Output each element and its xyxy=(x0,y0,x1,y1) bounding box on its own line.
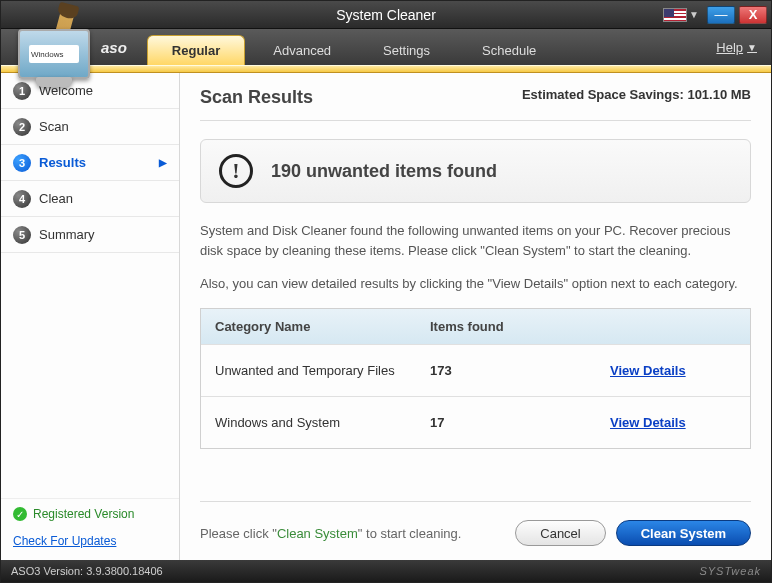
windows-badge: Windows xyxy=(29,45,79,63)
sidebar-step-results[interactable]: 3 Results ▶ xyxy=(1,145,179,181)
help-label: Help xyxy=(716,40,743,55)
app-logo: Windows xyxy=(9,23,99,95)
registered-status: ✓ Registered Version xyxy=(1,498,179,529)
tab-settings[interactable]: Settings xyxy=(359,35,454,65)
cell-category: Unwanted and Temporary Files xyxy=(215,363,430,378)
main-panel: Scan Results Estimated Space Savings: 10… xyxy=(179,73,771,560)
titlebar-controls: ▼ — X xyxy=(663,6,767,24)
version-text: ASO3 Version: 3.9.3800.18406 xyxy=(11,565,163,577)
main-header: Scan Results Estimated Space Savings: 10… xyxy=(200,87,751,121)
step-label: Summary xyxy=(39,227,95,242)
button-label: Clean System xyxy=(641,526,726,541)
dropdown-arrow-icon: ▼ xyxy=(747,42,757,53)
view-details-link[interactable]: View Details xyxy=(610,415,686,430)
sidebar-step-scan[interactable]: 2 Scan xyxy=(1,109,179,145)
column-header-items: Items found xyxy=(430,319,610,334)
content-area: 1 Welcome 2 Scan 3 Results ▶ 4 Clean 5 S… xyxy=(1,73,771,560)
check-updates-link[interactable]: Check For Updates xyxy=(13,534,116,548)
titlebar: System Cleaner ▼ — X xyxy=(1,1,771,29)
step-number-icon: 4 xyxy=(13,190,31,208)
step-number-icon: 2 xyxy=(13,118,31,136)
button-label: Cancel xyxy=(540,526,580,541)
exclamation-circle-icon: ! xyxy=(219,154,253,188)
hint-mid: Clean System xyxy=(277,526,358,541)
sidebar-step-clean[interactable]: 4 Clean xyxy=(1,181,179,217)
cell-category: Windows and System xyxy=(215,415,430,430)
step-label: Clean xyxy=(39,191,73,206)
step-number-icon: 5 xyxy=(13,226,31,244)
description-text-1: System and Disk Cleaner found the follow… xyxy=(200,221,751,260)
check-updates-area: Check For Updates xyxy=(1,529,179,560)
main-toolbar: Windows aso Regular Advanced Settings Sc… xyxy=(1,29,771,65)
view-details-link[interactable]: View Details xyxy=(610,363,686,378)
registered-label: Registered Version xyxy=(33,507,134,521)
close-button[interactable]: X xyxy=(739,6,767,24)
minimize-icon: — xyxy=(715,7,728,22)
cell-items-found: 173 xyxy=(430,363,610,378)
vendor-brand: SYSTweak xyxy=(699,565,761,577)
sidebar-step-summary[interactable]: 5 Summary xyxy=(1,217,179,253)
cancel-button[interactable]: Cancel xyxy=(515,520,605,546)
sidebar: 1 Welcome 2 Scan 3 Results ▶ 4 Clean 5 S… xyxy=(1,73,179,560)
footer-area: Please click "Clean System" to start cle… xyxy=(200,501,751,546)
footer-hint-text: Please click "Clean System" to start cle… xyxy=(200,526,461,541)
step-label: Scan xyxy=(39,119,69,134)
column-header-category: Category Name xyxy=(215,319,430,334)
table-row: Windows and System 17 View Details xyxy=(201,396,750,448)
language-selector[interactable]: ▼ xyxy=(663,8,703,22)
close-icon: X xyxy=(749,7,758,22)
hint-post: " to start cleaning. xyxy=(358,526,462,541)
page-title: Scan Results xyxy=(200,87,313,108)
cell-items-found: 17 xyxy=(430,415,610,430)
table-header: Category Name Items found xyxy=(201,309,750,344)
tab-label: Settings xyxy=(383,43,430,58)
tab-label: Schedule xyxy=(482,43,536,58)
check-circle-icon: ✓ xyxy=(13,507,27,521)
tab-advanced[interactable]: Advanced xyxy=(249,35,355,65)
step-number-icon: 3 xyxy=(13,154,31,172)
alert-headline: 190 unwanted items found xyxy=(271,161,497,182)
monitor-icon: Windows xyxy=(18,29,90,79)
flag-usa-icon xyxy=(663,8,687,22)
step-label: Results xyxy=(39,155,86,170)
accent-bar xyxy=(1,65,771,73)
description-text-2: Also, you can view detailed results by c… xyxy=(200,274,751,294)
clean-system-button[interactable]: Clean System xyxy=(616,520,751,546)
tab-schedule[interactable]: Schedule xyxy=(458,35,560,65)
app-window: System Cleaner ▼ — X Windows aso Regular… xyxy=(0,0,772,583)
window-title: System Cleaner xyxy=(5,7,767,23)
chevron-right-icon: ▶ xyxy=(159,157,167,168)
hint-pre: Please click " xyxy=(200,526,277,541)
tab-label: Advanced xyxy=(273,43,331,58)
statusbar: ASO3 Version: 3.9.3800.18406 SYSTweak xyxy=(1,560,771,582)
scan-summary-alert: ! 190 unwanted items found xyxy=(200,139,751,203)
footer-buttons: Cancel Clean System xyxy=(515,520,751,546)
help-menu[interactable]: Help ▼ xyxy=(710,40,763,55)
space-savings-estimate: Estimated Space Savings: 101.10 MB xyxy=(522,87,751,102)
results-table: Category Name Items found Unwanted and T… xyxy=(200,308,751,449)
table-row: Unwanted and Temporary Files 173 View De… xyxy=(201,344,750,396)
estimate-label: Estimated Space Savings: xyxy=(522,87,687,102)
minimize-button[interactable]: — xyxy=(707,6,735,24)
estimate-value: 101.10 MB xyxy=(687,87,751,102)
tab-label: Regular xyxy=(172,43,220,58)
brand-text: aso xyxy=(101,39,127,56)
tab-regular[interactable]: Regular xyxy=(147,35,245,65)
dropdown-arrow-icon: ▼ xyxy=(689,9,699,20)
